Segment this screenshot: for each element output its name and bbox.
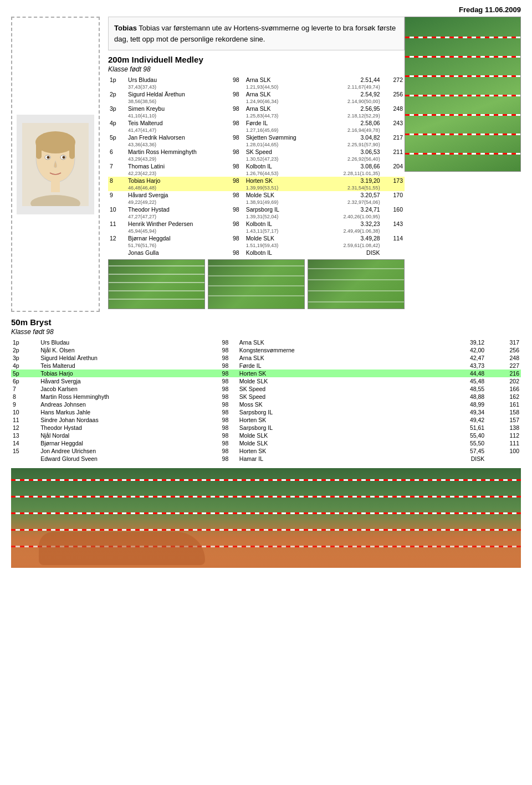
- top-section: Tobias Tobias var førstemann ute av Hort…: [11, 17, 521, 312]
- year-cell: 98: [228, 148, 244, 156]
- rank-cell: 4p: [11, 362, 39, 370]
- splits2: 1.51,19(59,43): [244, 242, 330, 249]
- name-cell: Henrik Winther Pedersen: [126, 220, 228, 228]
- table-row: 12 Theodor Hystad 98 Sarpsborg IL 51,61 …: [11, 424, 521, 432]
- points-cell: 272: [382, 76, 405, 84]
- name-cell: Teis Malterud: [39, 362, 213, 370]
- points-cell: 248: [486, 354, 521, 362]
- year-cell: 98: [213, 393, 238, 401]
- bottom-photo-large: [11, 468, 521, 568]
- points-cell: 211: [382, 148, 405, 156]
- time-cell: 49,42: [407, 416, 486, 424]
- year-cell: 98: [213, 362, 238, 370]
- name-cell: Tobias Harjo: [126, 177, 228, 184]
- splits2: 1.24,90(46,34): [244, 98, 330, 105]
- club-cell: Moss SK: [238, 401, 407, 408]
- splits2: 1.39,99(53,51): [244, 184, 330, 191]
- year-cell: 98: [228, 119, 244, 127]
- time-cell: 43,73: [407, 362, 486, 370]
- name-cell: Simen Kreybu: [126, 105, 228, 112]
- name-cell: Theodor Hystad: [126, 206, 228, 213]
- points-cell: 243: [382, 119, 405, 127]
- points-cell: 100: [486, 447, 521, 455]
- section1-subtitle: Klasse født 98: [108, 65, 405, 73]
- intro-text-box: Tobias Tobias var førstemann ute av Hort…: [108, 17, 405, 50]
- time-cell: 44,48: [407, 370, 486, 377]
- svg-point-8: [63, 156, 65, 158]
- year-cell: 98: [213, 424, 238, 432]
- splits4: [382, 170, 405, 177]
- table-row: 3p Simen Kreybu 98 Arna SLK 2.56,95 248: [108, 105, 405, 112]
- splits3: 2.59,61(1.08,42): [329, 242, 381, 249]
- splits2: 1.27,16(45,69): [244, 127, 330, 134]
- club-cell: Kolbotn IL: [244, 220, 330, 228]
- points-cell: 256: [382, 90, 405, 98]
- name-cell: Tobias Harjo: [39, 370, 213, 377]
- time-cell: 39,12: [407, 338, 486, 346]
- points-cell: 256: [486, 346, 521, 354]
- table-row: 2p Sigurd Heldal Ärethun 98 Arna SLK 2.5…: [108, 90, 405, 98]
- year-cell: 98: [228, 134, 244, 141]
- table-row: 4p Teis Malterud 98 Førde IL 43,73 227: [11, 362, 521, 370]
- table-row: 7 Thomas Latini 98 Kolbotn IL 3.08,66 20…: [108, 162, 405, 170]
- table-row: 6p Håvard Svergja 98 Molde SLK 45,48 202: [11, 377, 521, 385]
- time-cell: 2.58,06: [329, 119, 381, 127]
- time-cell: 42,47: [407, 354, 486, 362]
- svg-rect-4: [69, 142, 75, 159]
- year-cell: 98: [213, 447, 238, 455]
- svg-rect-9: [51, 181, 60, 192]
- table-row: 11 Henrik Winther Pedersen 98 Kolbotn IL…: [108, 220, 405, 228]
- year-cell: 98: [228, 249, 244, 256]
- splits3: 2.18,12(52,29): [329, 112, 381, 119]
- rank-cell: 3p: [11, 354, 39, 362]
- table-row: 4p Teis Malterud 98 Førde IL 2.58,06 243: [108, 119, 405, 127]
- year-cell: 98: [213, 385, 238, 393]
- club-cell: Sarpsborg IL: [238, 424, 407, 432]
- year-cell: 98: [213, 377, 238, 385]
- time-cell: 3.08,66: [329, 162, 381, 170]
- splits-row: 41,47(41,47) 1.27,16(45,69) 2.16,94(49,7…: [108, 127, 405, 134]
- club-cell: Arna SLK: [244, 76, 330, 84]
- splits2: 1.39,31(52,04): [244, 213, 330, 220]
- table-row: 8 Martin Ross Hemminghyth 98 SK Speed 48…: [11, 393, 521, 401]
- splits1: 38,56(38,56): [126, 98, 228, 105]
- splits3: 2.40,26(1.00,95): [329, 213, 381, 220]
- time-cell: 49,34: [407, 408, 486, 416]
- rank-cell: 1p: [108, 76, 126, 84]
- table-row: 2p Njål K. Olsen 98 Kongstensvømmerne 42…: [11, 346, 521, 354]
- rank-cell: 12: [11, 424, 39, 432]
- table-row: 13 Njål Nordal 98 Molde SLK 55,40 112: [11, 432, 521, 439]
- time-cell: 3.20,57: [329, 191, 381, 199]
- time-cell: 3.06,53: [329, 148, 381, 156]
- splits3: 2.31,54(51,55): [329, 184, 381, 191]
- splits4: [382, 184, 405, 191]
- rank-cell: 2p: [11, 346, 39, 354]
- splits-row: 51,76(51,76) 1.51,19(59,43) 2.59,61(1.08…: [108, 242, 405, 249]
- year-cell: 98: [228, 206, 244, 213]
- rank-cell: 1p: [11, 338, 39, 346]
- time-cell: 3.04,82: [329, 134, 381, 141]
- time-cell: 3.32,23: [329, 220, 381, 228]
- name-cell: Bjørnar Heggdal: [126, 234, 228, 242]
- section2-title: 50m Bryst: [11, 317, 521, 327]
- points-cell: 162: [486, 393, 521, 401]
- club-cell: SK Speed: [238, 385, 407, 393]
- name-cell: Martin Ross Hemminghyth: [126, 148, 228, 156]
- time-cell: 48,88: [407, 393, 486, 401]
- splits4: [382, 84, 405, 90]
- splits3: 2.26,92(56,40): [329, 156, 381, 162]
- club-cell: SK Speed: [244, 148, 330, 156]
- name-cell: Jan Fredrik Halvorsen: [126, 134, 228, 141]
- points-cell: 166: [486, 385, 521, 393]
- splits1: 42,23(42,23): [126, 170, 228, 177]
- pool-photo-right: [405, 17, 521, 172]
- splits-row: 43,29(43,29) 1.30,52(47,23) 2.26,92(56,4…: [108, 156, 405, 162]
- points-cell: 160: [382, 206, 405, 213]
- club-cell: Horten SK: [238, 416, 407, 424]
- splits2: 1.28,01(44,65): [244, 141, 330, 148]
- name-cell: Håvard Svergja: [126, 191, 228, 199]
- year-cell: 98: [213, 408, 238, 416]
- section1-title: 200m Individuell Medley: [108, 55, 405, 64]
- splits2: 1.25,83(44,73): [244, 112, 330, 119]
- splits3: 2.25,91(57,90): [329, 141, 381, 148]
